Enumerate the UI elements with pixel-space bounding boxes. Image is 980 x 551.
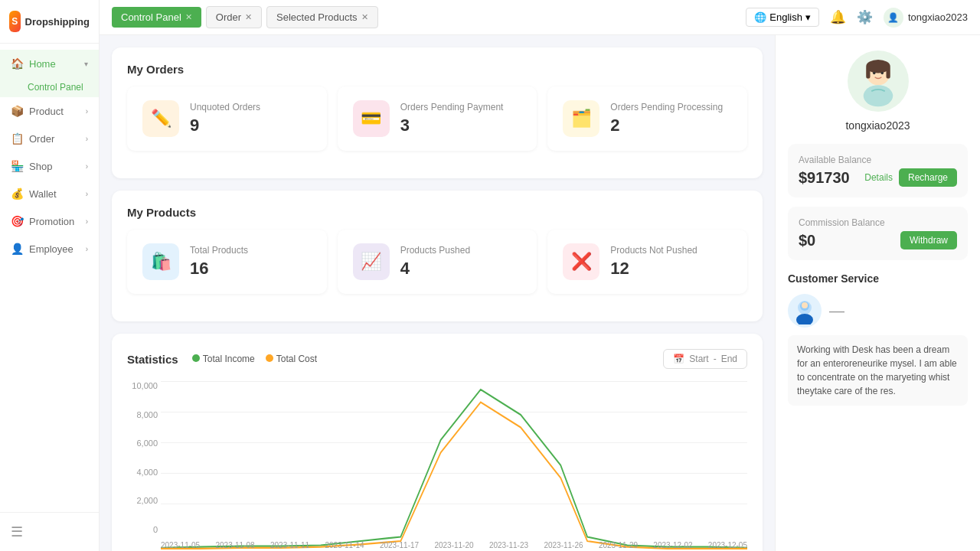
pending-payment-label: Orders Pending Payment [400,102,504,112]
details-button[interactable]: Details [864,172,893,183]
chart-yaxis: 10,000 8,000 6,000 4,000 2,000 0 [127,381,158,534]
chart-legend: Total Income Total Cost [192,354,317,364]
pending-processing-icon: 🗂️ [563,100,599,137]
available-balance-row: $91730 Details Recharge [799,168,957,187]
promotion-icon: 🎯 [11,215,23,227]
tab-selected-products[interactable]: Selected Products ✕ [266,6,378,28]
sidebar-label-wallet: Wallet [29,188,57,200]
products-not-pushed-icon: ❌ [563,243,599,280]
available-balance-section: Available Balance $91730 Details Recharg… [788,144,968,197]
sidebar-item-wallet[interactable]: 💰 Wallet › [0,180,99,207]
sidebar-item-promotion[interactable]: 🎯 Promotion › [0,207,99,235]
user-avatar-wrap [848,51,909,112]
legend-cost: Total Cost [266,354,317,364]
sidebar-label-order: Order [29,133,54,145]
svg-point-6 [880,72,884,75]
employee-icon: 👤 [11,243,23,255]
avatar-icon: 👤 [887,12,899,23]
chart-svg [161,381,747,549]
commission-balance-label: Commission Balance [799,217,957,228]
products-pushed-info: Products Pushed 4 [400,245,470,279]
my-orders-section: My Orders ✏️ Unquoted Orders 9 💳 Orders … [112,47,763,178]
total-products-value: 16 [190,259,248,279]
available-balance-actions: Details Recharge [864,168,957,187]
user-menu[interactable]: 👤 tongxiao2023 [884,8,968,28]
sidebar: S Dropshipping 🏠 Home ▾ Control Panel 📦 … [0,0,100,551]
commission-balance-section: Commission Balance $0 Withdraw [788,207,968,260]
products-not-pushed-value: 12 [610,259,697,279]
date-end: End [721,354,737,364]
right-panel-username: tongxiao2023 [845,119,910,132]
products-pushed-card: 📈 Products Pushed 4 [338,230,537,294]
sidebar-bottom: ☰ [0,512,99,551]
commission-balance-actions: Withdraw [900,231,957,249]
total-products-label: Total Products [190,245,248,256]
withdraw-button[interactable]: Withdraw [900,231,957,249]
recharge-button[interactable]: Recharge [899,168,957,187]
language-label: English [769,11,802,23]
menu-icon[interactable]: ☰ [11,524,23,540]
globe-icon: 🌐 [754,11,766,23]
chevron-product: › [86,107,88,116]
cs-agent: — [788,294,968,328]
sidebar-item-order[interactable]: 📋 Order › [0,125,99,152]
sidebar-item-product[interactable]: 📦 Product › [0,97,99,125]
pending-payment-card: 💳 Orders Pending Payment 3 [338,86,537,151]
total-products-icon: 🛍️ [142,243,179,280]
pending-processing-info: Orders Pending Processing 2 [610,102,723,135]
tab-close-selected-products[interactable]: ✕ [361,12,368,22]
svg-point-10 [802,302,808,308]
tab-close-order[interactable]: ✕ [245,12,252,22]
chart-container: 10,000 8,000 6,000 4,000 2,000 0 [127,381,747,549]
notification-bell-icon[interactable]: 🔔 [830,9,846,25]
sidebar-item-home[interactable]: 🏠 Home ▾ [0,50,99,77]
user-avatar [848,51,909,112]
my-orders-title: My Orders [127,63,747,76]
sidebar-item-control-panel[interactable]: Control Panel [0,77,99,97]
cs-quote: Working with Desk has been a dream for a… [788,335,968,406]
topbar-right: 🌐 English ▾ 🔔 ⚙️ 👤 tongxiao2023 [746,8,968,28]
pending-processing-card: 🗂️ Orders Pending Processing 2 [547,86,747,151]
svg-point-9 [796,314,813,324]
pending-processing-value: 2 [610,116,723,135]
sidebar-item-shop[interactable]: 🏪 Shop › [0,152,99,180]
orders-cards-row: ✏️ Unquoted Orders 9 💳 Orders Pending Pa… [127,86,747,151]
settings-gear-icon[interactable]: ⚙️ [857,9,873,25]
language-selector[interactable]: 🌐 English ▾ [746,8,819,27]
date-start: Start [689,354,708,364]
sidebar-label-home: Home [29,58,56,70]
content-area: My Orders ✏️ Unquoted Orders 9 💳 Orders … [100,35,980,551]
chevron-wallet: › [86,190,88,198]
products-pushed-icon: 📈 [353,243,390,280]
sidebar-item-employee[interactable]: 👤 Employee › [0,235,99,262]
products-pushed-label: Products Pushed [400,245,470,256]
unquoted-orders-info: Unquoted Orders 9 [190,102,260,135]
product-icon: 📦 [11,105,23,117]
pending-payment-info: Orders Pending Payment 3 [400,102,504,135]
sidebar-label-promotion: Promotion [29,216,74,227]
tab-close-control-panel[interactable]: ✕ [185,12,192,22]
svg-point-1 [863,85,893,106]
chevron-promotion: › [86,217,88,226]
username-topbar: tongxiao2023 [908,11,968,23]
logo-icon: S [9,11,21,32]
available-balance-label: Available Balance [799,155,957,165]
my-products-section: My Products 🛍️ Total Products 16 📈 Produ… [112,191,763,321]
total-products-card: 🛍️ Total Products 16 [127,230,327,294]
order-icon: 📋 [11,132,23,145]
tab-order[interactable]: Order ✕ [206,6,262,28]
statistics-title: Statistics [127,353,178,366]
main-area: Control Panel ✕ Order ✕ Selected Product… [100,0,980,551]
calendar-icon: 📅 [673,354,684,364]
tab-control-panel[interactable]: Control Panel ✕ [112,7,201,28]
products-not-pushed-label: Products Not Pushed [610,245,697,256]
chart-header: Statistics Total Income Total Cost 📅 Sta… [127,349,747,369]
sidebar-nav: 🏠 Home ▾ Control Panel 📦 Product › 📋 Ord… [0,44,99,512]
total-products-info: Total Products 16 [190,245,248,279]
unquoted-orders-value: 9 [190,116,260,135]
products-pushed-value: 4 [400,259,470,279]
date-range-picker[interactable]: 📅 Start - End [663,349,747,369]
pending-processing-label: Orders Pending Processing [610,102,723,112]
products-not-pushed-card: ❌ Products Not Pushed 12 [547,230,747,294]
wallet-icon: 💰 [11,187,23,200]
